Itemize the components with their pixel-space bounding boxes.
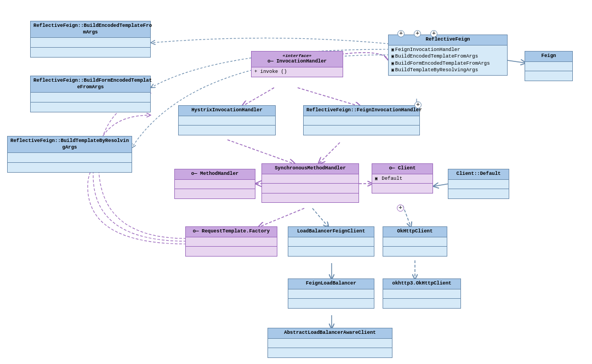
- box-synchronous-method-handler-s1: [262, 174, 358, 184]
- box-hystrix-handler-s2: [179, 126, 275, 135]
- box-request-template-factory-s1: [186, 237, 277, 247]
- svg-line-1: [298, 88, 362, 107]
- box-build-form-encoded-s1: [31, 93, 150, 103]
- box-okhttp3-client-header: okhttp3.OkHttpClient: [383, 279, 460, 289]
- box-feign-invocation-handler-header: ReflectiveFeign::FeignInvocationHandler: [304, 106, 419, 116]
- box-feign: Feign: [525, 51, 573, 81]
- box-feign-header: Feign: [525, 52, 572, 62]
- plus-badge-3: +: [430, 30, 437, 37]
- box-feign-load-balancer-s1: [288, 289, 374, 299]
- svg-line-9: [312, 208, 329, 228]
- box-request-template-factory: o— RequestTemplate.Factory: [185, 226, 277, 257]
- box-build-template-resolving-s2: [8, 163, 132, 172]
- svg-line-4: [318, 143, 340, 164]
- box-build-form-encoded: ReflectiveFeign::BuildFormEncodedTemplat…: [30, 76, 151, 112]
- box-okhttp3-client-s1: [383, 289, 460, 299]
- box-ok-http-client: OkHttpClient: [383, 226, 447, 257]
- box-build-template-resolving-header: ReflectiveFeign::BuildTemplateByResolvin…: [8, 136, 132, 153]
- box-okhttp3-client: okhttp3.OkHttpClient: [383, 278, 461, 309]
- plus-badge-client: +: [397, 204, 404, 212]
- plus-badge-feign-handler: +: [414, 101, 422, 109]
- box-client-default-s2: [448, 189, 509, 198]
- box-feign-s2: [525, 71, 572, 81]
- box-synchronous-method-handler-s3: [262, 194, 358, 203]
- box-client-header: o— Client: [372, 164, 432, 174]
- box-abstract-load-balancer-s1: [268, 339, 392, 349]
- plus-badge-1: +: [397, 30, 405, 37]
- box-feign-s1: [525, 62, 572, 72]
- box-invocation-handler-header: «interface» o— InvocationHandler: [252, 52, 343, 67]
- box-build-template-resolving-s1: [8, 153, 132, 163]
- svg-line-8: [258, 208, 304, 228]
- box-client-default-s1: [448, 180, 509, 190]
- box-hystrix-handler: HystrixInvocationHandler: [178, 105, 276, 135]
- box-hystrix-handler-s1: [179, 116, 275, 126]
- box-abstract-load-balancer-header: AbstractLoadBalancerAwareClient: [268, 328, 392, 339]
- box-build-encoded-header: ReflectiveFeign::BuildEncodedTemplateFro…: [31, 21, 150, 38]
- box-feign-invocation-handler: ReflectiveFeign::FeignInvocationHandler: [303, 105, 420, 135]
- box-feign-load-balancer: FeignLoadBalancer: [288, 278, 374, 309]
- box-feign-invocation-handler-s2: [304, 126, 419, 135]
- box-client-default-header: Client::Default: [448, 169, 509, 180]
- box-client-s2: [372, 184, 432, 193]
- box-request-template-factory-header: o— RequestTemplate.Factory: [186, 227, 277, 237]
- box-build-form-encoded-header: ReflectiveFeign::BuildFormEncodedTemplat…: [31, 76, 150, 93]
- box-synchronous-method-handler-header: SynchronousMethodHandler: [262, 164, 358, 174]
- svg-line-10: [403, 206, 411, 228]
- box-synchronous-method-handler-s2: [262, 184, 358, 194]
- box-method-handler-header: o— MethodHandler: [175, 169, 255, 180]
- box-client-default-field: ▣ Default: [372, 174, 432, 184]
- box-build-encoded: ReflectiveFeign::BuildEncodedTemplateFro…: [30, 21, 151, 58]
- box-build-encoded-s1: [31, 38, 150, 48]
- box-client: o— Client ▣ Default: [372, 163, 433, 194]
- box-build-form-encoded-s2: [31, 103, 150, 112]
- box-abstract-load-balancer: AbstractLoadBalancerAwareClient: [267, 328, 392, 358]
- box-invocation-handler-methods: + invoke (): [252, 67, 343, 77]
- box-ok-http-client-header: OkHttpClient: [383, 227, 447, 237]
- box-ok-http-client-s1: [383, 237, 447, 247]
- box-load-balancer-feign-client-header: LoadBalancerFeignClient: [288, 227, 374, 237]
- interface-label: «interface»: [254, 53, 340, 59]
- box-request-template-factory-s2: [186, 247, 277, 256]
- box-build-template-resolving: ReflectiveFeign::BuildTemplateByResolvin…: [7, 136, 132, 173]
- box-okhttp3-client-s2: [383, 299, 460, 308]
- plus-badge-2: +: [414, 30, 421, 37]
- box-feign-load-balancer-header: FeignLoadBalancer: [288, 279, 374, 289]
- box-method-handler-s2: [175, 189, 255, 198]
- uml-diagram: ReflectiveFeign::BuildEncodedTemplateFro…: [0, 0, 592, 364]
- box-method-handler: o— MethodHandler: [174, 169, 255, 199]
- box-abstract-load-balancer-s2: [268, 348, 392, 357]
- box-hystrix-handler-header: HystrixInvocationHandler: [179, 106, 275, 116]
- box-reflective-feign: ReflectiveFeign ▣FeignInvocationHandler …: [388, 35, 508, 76]
- box-invocation-handler: «interface» o— InvocationHandler + invok…: [251, 51, 343, 77]
- svg-line-0: [507, 60, 526, 63]
- svg-line-2: [241, 88, 274, 107]
- svg-line-7: [433, 184, 449, 186]
- box-reflective-feign-fields: ▣FeignInvocationHandler ▣BuildEncodedTem…: [389, 46, 507, 75]
- box-load-balancer-feign-client-s1: [288, 237, 374, 247]
- box-build-encoded-s2: [31, 48, 150, 57]
- box-client-default: Client::Default: [448, 169, 509, 199]
- box-ok-http-client-s2: [383, 247, 447, 256]
- box-load-balancer-feign-client-s2: [288, 247, 374, 256]
- box-load-balancer-feign-client: LoadBalancerFeignClient: [288, 226, 374, 257]
- box-feign-load-balancer-s2: [288, 299, 374, 308]
- box-feign-invocation-handler-s1: [304, 116, 419, 126]
- svg-line-3: [227, 140, 296, 164]
- box-synchronous-method-handler: SynchronousMethodHandler: [261, 163, 359, 203]
- box-method-handler-s1: [175, 180, 255, 190]
- box-reflective-feign-header: ReflectiveFeign: [389, 35, 507, 46]
